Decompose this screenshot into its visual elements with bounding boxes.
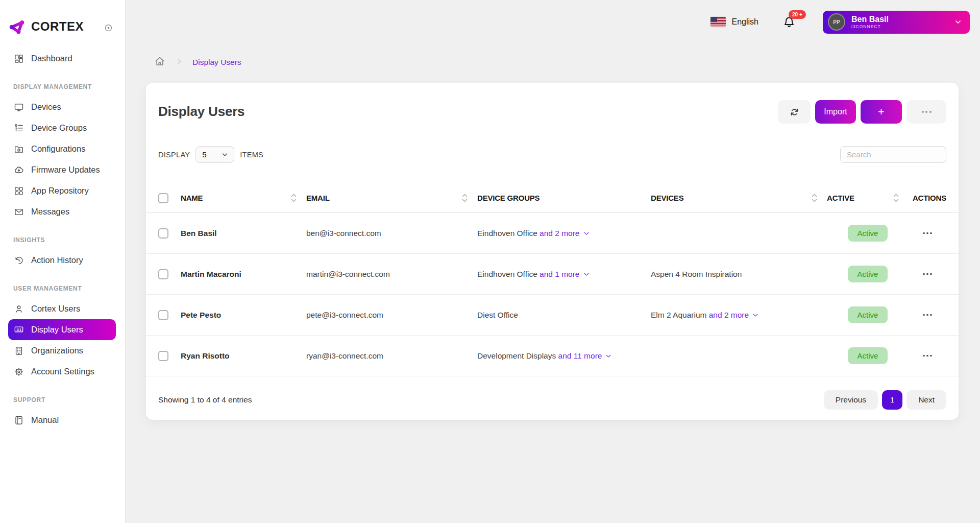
gear-icon [14, 367, 24, 377]
breadcrumb-separator [175, 57, 183, 67]
device-groups-cell: Eindhoven Office and 2 more [477, 229, 651, 238]
device-groups-more-link[interactable]: and 1 more [540, 270, 590, 278]
card-footer: Showing 1 to 4 of 4 entries Previous 1 N… [146, 390, 959, 420]
next-page-button[interactable]: Next [906, 390, 946, 410]
sidebar-item-label: Dashboard [31, 54, 72, 63]
select-all-checkbox[interactable] [158, 193, 168, 203]
device-groups-cell: Diest Office [477, 311, 651, 320]
profile-menu-button[interactable]: PP Ben Basil i3CONNECT [823, 11, 970, 34]
tree-list-icon [14, 123, 24, 133]
sidebar-item-cortex-users[interactable]: Cortex Users [0, 298, 125, 319]
sidebar-item-action-history[interactable]: Action History [0, 250, 125, 271]
search-input[interactable] [840, 146, 946, 163]
user-name: Pete Pesto [181, 311, 306, 320]
sort-icon [893, 193, 899, 203]
page-title: Display Users [158, 100, 244, 120]
language-selector[interactable]: English [710, 17, 758, 27]
envelope-icon [14, 207, 24, 217]
more-actions-button[interactable] [906, 100, 946, 124]
column-label: ACTIVE [827, 194, 854, 202]
column-header-name[interactable]: NAME [181, 193, 306, 203]
sidebar-item-account-settings[interactable]: Account Settings [0, 361, 125, 382]
status-badge: Active [848, 306, 888, 323]
sidebar-item-devices[interactable]: Devices [0, 97, 125, 117]
ellipsis-icon [923, 232, 932, 234]
chevron-down-icon [583, 271, 590, 278]
table-row: Martin Macaroni martin@i3-connect.com Ei… [146, 254, 959, 295]
sidebar-item-configurations[interactable]: Configurations [0, 138, 125, 159]
user-email: martin@i3-connect.com [306, 270, 477, 279]
refresh-icon [789, 107, 800, 117]
add-user-button[interactable]: + [861, 100, 902, 124]
folder-gear-icon [14, 144, 24, 154]
row-actions-button[interactable] [909, 355, 946, 357]
display-users-icon [14, 325, 24, 335]
sidebar-item-firmware-updates[interactable]: Firmware Updates [0, 159, 125, 180]
import-button[interactable]: Import [815, 100, 856, 124]
sort-icon [811, 193, 818, 203]
profile-meta: Ben Basil i3CONNECT [851, 15, 953, 29]
row-checkbox[interactable] [158, 310, 168, 320]
brand-name: CORTEX [31, 19, 84, 34]
sidebar-item-label: Account Settings [31, 367, 94, 376]
sidebar-item-organizations[interactable]: Organizations [0, 340, 125, 361]
sidebar-item-messages[interactable]: Messages [0, 201, 125, 222]
previous-page-button[interactable]: Previous [824, 390, 878, 410]
items-label: ITEMS [240, 151, 263, 159]
refresh-button[interactable] [778, 100, 811, 124]
sidebar-item-device-groups[interactable]: Device Groups [0, 117, 125, 138]
row-checkbox[interactable] [158, 351, 168, 361]
app: CORTEX Dashboard DISPLAY MANAGEMENT Devi… [0, 0, 980, 523]
sidebar-item-dashboard[interactable]: Dashboard [0, 48, 125, 69]
chevron-down-icon [605, 352, 612, 360]
column-header-actions: ACTIONS [909, 194, 946, 202]
current-page-button[interactable]: 1 [882, 390, 902, 410]
column-label: DEVICES [651, 194, 683, 202]
sidebar-item-app-repository[interactable]: App Repository [0, 180, 125, 201]
devices-cell: Elm 2 Aquarium and 2 more [651, 311, 827, 320]
chevron-right-icon [175, 57, 183, 65]
avatar: PP [828, 13, 845, 31]
row-actions-button[interactable] [909, 232, 946, 234]
breadcrumb-current[interactable]: Display Users [192, 58, 241, 67]
sort-icon [461, 193, 468, 203]
notifications-button[interactable]: 20 + [782, 14, 796, 30]
row-check-cell [158, 269, 181, 279]
column-header-active[interactable]: ACTIVE [827, 193, 909, 203]
main-area: English 20 + PP Ben Basil i3CONNECT [125, 0, 980, 523]
select-all-cell [158, 193, 181, 203]
profile-name: Ben Basil [851, 15, 953, 24]
devices-more-link[interactable]: and 2 more [709, 311, 759, 319]
row-actions-button[interactable] [909, 273, 946, 275]
status-badge: Active [848, 225, 888, 242]
sidebar-item-display-users[interactable]: Display Users [8, 319, 116, 340]
sidebar-item-manual[interactable]: Manual [0, 410, 125, 431]
pagination: Previous 1 Next [824, 390, 946, 410]
items-per-page-value: 5 [202, 150, 207, 159]
row-check-cell [158, 351, 181, 361]
devices-cell: Aspen 4 Room Inspiration [651, 270, 827, 279]
us-flag-icon [710, 17, 726, 27]
sidebar-section-support: SUPPORT [0, 382, 125, 410]
breadcrumb-home[interactable] [154, 55, 166, 69]
table-header-row: NAME EMAIL DEVICE GROUPS [146, 183, 959, 213]
sidebar-item-label: Device Groups [31, 123, 87, 133]
sidebar-toggle-icon[interactable] [104, 23, 113, 32]
user-name: Ryan Risotto [181, 351, 306, 361]
column-label: EMAIL [306, 194, 330, 202]
sort-icon [290, 193, 297, 203]
device-groups-cell: Development Displays and 11 more [477, 351, 651, 361]
row-checkbox[interactable] [158, 269, 168, 279]
items-per-page-select[interactable]: 5 [195, 146, 234, 163]
device-groups-cell: Eindhoven Office and 1 more [477, 270, 651, 279]
row-actions-button[interactable] [909, 314, 946, 316]
device-groups-more-link[interactable]: and 2 more [540, 229, 590, 237]
sidebar-item-label: Devices [31, 102, 61, 112]
column-header-devices[interactable]: DEVICES [651, 193, 827, 203]
column-header-email[interactable]: EMAIL [306, 193, 477, 203]
monitor-icon [14, 102, 24, 112]
user-email: pete@i3-connect.com [306, 311, 477, 320]
row-checkbox[interactable] [158, 228, 168, 239]
home-icon [154, 55, 166, 67]
device-groups-more-link[interactable]: and 11 more [558, 351, 612, 360]
